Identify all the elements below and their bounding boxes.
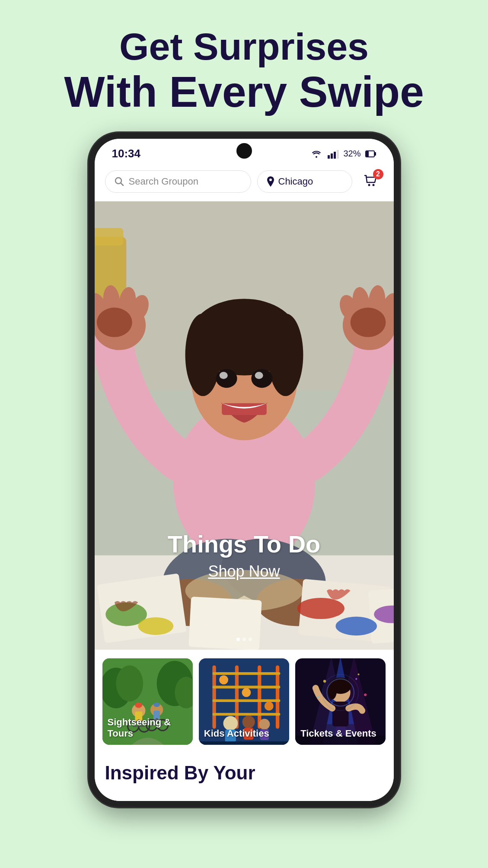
svg-rect-16 [95, 228, 123, 246]
svg-rect-6 [366, 151, 369, 156]
location-pin-icon [266, 176, 275, 187]
shop-now-link[interactable]: Shop Now [208, 562, 280, 581]
svg-point-69 [153, 702, 160, 707]
svg-point-98 [328, 681, 337, 699]
svg-rect-79 [258, 665, 261, 729]
svg-rect-94 [199, 741, 289, 745]
svg-point-104 [317, 696, 319, 698]
cat-label-text-3: Tickets & Events [300, 728, 376, 739]
category-label-kids: Kids Activities [204, 728, 284, 739]
search-icon [114, 176, 124, 187]
category-card-sightseeing[interactable]: Sightseeing & Tours [102, 658, 193, 745]
svg-rect-77 [212, 665, 216, 729]
svg-point-105 [364, 693, 367, 696]
svg-point-102 [323, 680, 326, 683]
svg-point-51 [138, 617, 173, 635]
svg-point-61 [135, 702, 142, 708]
notch [236, 143, 252, 159]
svg-rect-83 [212, 699, 280, 702]
category-label-tickets: Tickets & Events [300, 728, 380, 739]
svg-point-26 [219, 372, 227, 379]
phone-frame: 10:34 32% [89, 133, 400, 807]
svg-point-87 [265, 702, 274, 711]
svg-point-90 [242, 715, 255, 728]
svg-point-23 [268, 313, 303, 396]
cat-label-text-1: Sightseeing & Tours [108, 717, 171, 739]
svg-point-86 [242, 688, 251, 697]
search-bar-row: Search Groupon Chicago 2 [95, 165, 394, 201]
svg-point-10 [368, 184, 370, 186]
svg-rect-1 [331, 153, 333, 159]
svg-point-39 [96, 307, 132, 337]
svg-rect-84 [212, 713, 280, 715]
search-input-box[interactable]: Search Groupon [105, 170, 251, 193]
svg-rect-0 [328, 155, 330, 159]
category-card-tickets[interactable]: Tickets & Events [295, 658, 386, 745]
svg-rect-28 [222, 403, 267, 415]
headline-section: Get Surprises With Every Swipe [0, 0, 488, 133]
battery-text: 32% [343, 149, 360, 159]
category-label-sightseeing: Sightseeing & Tours [108, 717, 188, 740]
svg-rect-81 [212, 672, 280, 675]
child-scene-svg [95, 201, 394, 650]
svg-rect-5 [374, 152, 376, 156]
location-text: Chicago [278, 176, 313, 187]
inspired-heading: Inspired By Your [105, 762, 255, 783]
phone-screen: 10:34 32% [95, 139, 394, 801]
cat-label-text-2: Kids Activities [204, 728, 269, 739]
location-box[interactable]: Chicago [257, 170, 352, 193]
svg-rect-3 [337, 150, 339, 159]
svg-point-106 [358, 673, 360, 675]
svg-point-25 [251, 369, 272, 388]
svg-point-53 [335, 616, 377, 635]
svg-point-40 [350, 307, 386, 337]
svg-line-8 [121, 183, 123, 185]
cart-button[interactable]: 2 [358, 169, 383, 194]
svg-point-27 [255, 372, 263, 379]
svg-point-103 [355, 678, 357, 680]
status-time: 10:34 [112, 147, 141, 160]
svg-point-24 [216, 369, 237, 388]
signal-icon [327, 149, 339, 159]
phone-wrapper: 10:34 32% [80, 133, 408, 824]
svg-point-85 [219, 675, 228, 684]
svg-rect-80 [276, 665, 279, 729]
hero-text-overlay: Things To Do Shop Now [95, 530, 394, 581]
svg-point-9 [269, 179, 272, 181]
svg-point-22 [185, 313, 220, 396]
svg-point-11 [372, 184, 374, 186]
category-card-kids[interactable]: Kids Activities [199, 658, 289, 745]
category-row: Sightseeing & Tours [95, 650, 394, 753]
svg-point-52 [297, 598, 344, 619]
svg-point-57 [116, 665, 143, 702]
cart-badge: 2 [373, 169, 383, 179]
svg-rect-2 [334, 152, 336, 159]
headline-line2: With Every Swipe [17, 68, 471, 115]
wifi-icon [310, 149, 322, 159]
bottom-section: Inspired By Your [95, 753, 394, 801]
status-icons: 32% [310, 149, 376, 159]
scroll-indicator [236, 638, 252, 641]
hero-banner: Things To Do Shop Now [95, 201, 394, 650]
hero-title: Things To Do [95, 530, 394, 558]
battery-icon [365, 150, 376, 158]
headline-line1: Get Surprises [17, 26, 471, 68]
svg-rect-47 [188, 597, 262, 650]
search-placeholder: Search Groupon [129, 176, 198, 187]
